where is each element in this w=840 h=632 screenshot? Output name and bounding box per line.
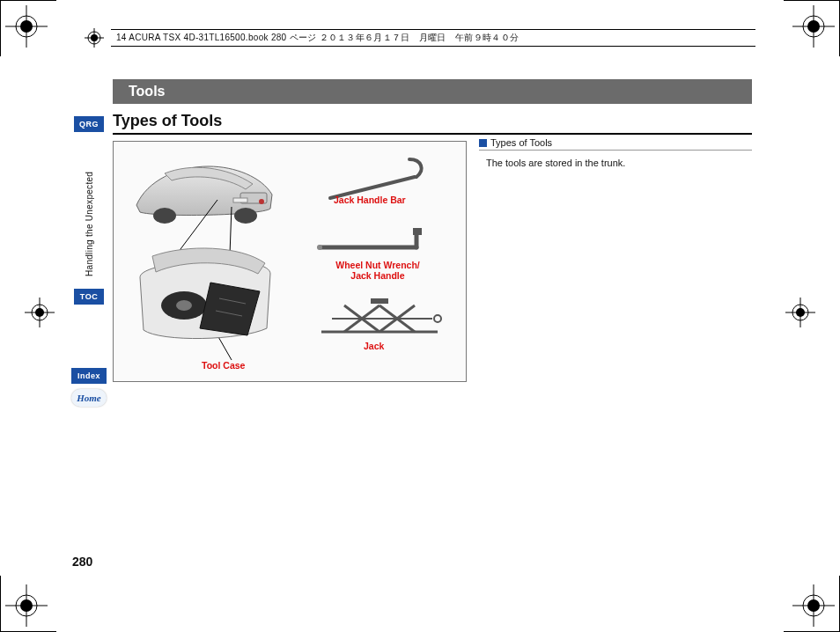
wheel-nut-wrench-illustration	[313, 228, 445, 258]
svg-rect-51	[371, 298, 388, 304]
nav-qrg-button[interactable]: QRG	[74, 116, 104, 132]
sidebar-section-label: Handling the Unexpected	[85, 144, 94, 276]
figure-label-tool-case: Tool Case	[202, 360, 245, 371]
page-number: 280	[72, 555, 92, 569]
registration-mark-icon	[5, 5, 48, 48]
jack-illustration	[309, 293, 450, 339]
figure-label-wheel-nut-wrench: Wheel Nut Wrench/ Jack Handle	[325, 260, 431, 281]
trunk-illustration	[135, 247, 276, 344]
nav-home-button[interactable]: Home	[71, 389, 107, 407]
svg-rect-31	[233, 198, 247, 202]
figure-label-jack-handle-bar: Jack Handle Bar	[334, 195, 406, 205]
svg-point-32	[259, 199, 264, 204]
nav-index-button[interactable]: Index	[71, 368, 107, 384]
svg-point-53	[434, 315, 441, 322]
svg-point-30	[234, 208, 257, 224]
book-meta-bar: 14 ACURA TSX 4D-31TL16500.book 280 ページ ２…	[85, 28, 755, 48]
registration-mark-icon	[25, 298, 55, 331]
figure-box: Tool Case Jack Handle Bar Wheel Nut Wren…	[113, 141, 467, 382]
info-heading-text: Types of Tools	[490, 137, 552, 148]
svg-rect-44	[413, 228, 422, 235]
chapter-title: Tools	[129, 84, 165, 99]
sidebar-nav: QRG Handling the Unexpected TOC Index Ho…	[72, 116, 106, 407]
svg-point-45	[317, 245, 322, 250]
nav-home-label: Home	[77, 393, 101, 403]
car-illustration	[129, 154, 279, 233]
registration-mark-icon	[5, 584, 48, 627]
registration-mark-icon	[792, 584, 835, 627]
nav-qrg-label: QRG	[79, 120, 99, 129]
figure-label-jack: Jack	[364, 341, 384, 351]
chapter-title-bar: Tools	[113, 79, 752, 104]
nav-index-label: Index	[77, 371, 100, 380]
section-heading: Types of Tools	[113, 112, 752, 135]
info-heading-row: Types of Tools	[479, 137, 752, 151]
info-column: Types of Tools The tools are stored in t…	[479, 137, 752, 168]
svg-point-38	[176, 300, 192, 311]
registration-mark-icon	[85, 28, 104, 48]
registration-mark-icon	[792, 5, 835, 48]
page-root: 14 ACURA TSX 4D-31TL16500.book 280 ページ ２…	[0, 0, 840, 632]
nav-toc-button[interactable]: TOC	[74, 289, 104, 305]
info-body-text: The tools are stored in the trunk.	[479, 158, 752, 168]
nav-toc-label: TOC	[80, 292, 98, 301]
registration-mark-icon	[785, 298, 815, 331]
info-heading-marker-icon	[479, 139, 487, 147]
svg-point-29	[153, 208, 176, 224]
book-meta-text: 14 ACURA TSX 4D-31TL16500.book 280 ページ ２…	[111, 29, 755, 47]
